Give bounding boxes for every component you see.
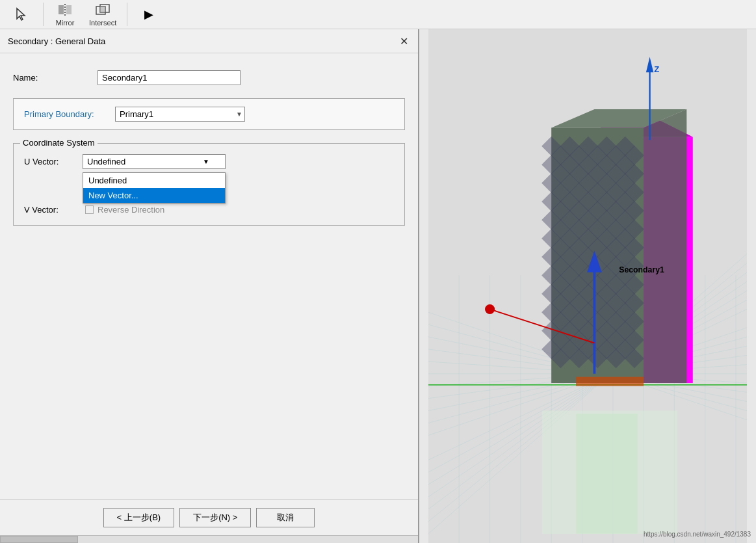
toolbar-sep-2 (127, 3, 127, 26)
toolbar-sep-1 (43, 3, 44, 26)
u-vector-label: U Vector: (24, 157, 83, 166)
coordinate-system-label: Coordinate System (20, 138, 98, 148)
name-row: Name: (13, 70, 405, 85)
dropdown-new-vector[interactable]: New Vector... (83, 188, 225, 203)
primary-boundary-label: Primary Boundary: (24, 109, 115, 119)
next-button[interactable]: 下一步(N) > (179, 508, 251, 527)
svg-rect-0 (59, 5, 64, 14)
reverse-direction-checkbox[interactable] (85, 205, 94, 214)
dialog-panel: Secondary : General Data ✕ Name: Primary… (0, 29, 419, 543)
cursor-tool[interactable] (5, 5, 38, 23)
dialog-titlebar: Secondary : General Data ✕ (0, 29, 418, 53)
svg-text:Secondary1: Secondary1 (619, 265, 664, 274)
v-vector-label: V Vector: (24, 205, 83, 215)
u-vector-arrow: ▼ (203, 158, 209, 165)
viewport[interactable]: Z Secondary1 https://blog.csdn.net/waxin… (419, 29, 756, 543)
toolbar: Mirror Intersect ▶ (0, 0, 756, 29)
u-vector-select-wrapper[interactable]: Undefined ▼ Undefined New Vector... (83, 154, 226, 169)
name-label: Name: (13, 73, 98, 83)
intersect-label: Intersect (89, 19, 116, 27)
u-vector-value: Undefined (87, 157, 125, 166)
svg-rect-2 (66, 5, 72, 14)
svg-rect-43 (576, 377, 644, 386)
close-button[interactable]: ✕ (397, 34, 410, 47)
intersect-tool[interactable]: Intersect (84, 1, 122, 28)
svg-point-47 (485, 304, 495, 314)
main-content: Secondary : General Data ✕ Name: Primary… (0, 29, 756, 543)
u-vector-dropdown: Undefined New Vector... (83, 172, 226, 204)
name-input[interactable] (98, 70, 241, 85)
svg-marker-42 (644, 109, 686, 383)
scene-svg: Z Secondary1 (419, 29, 756, 543)
back-button[interactable]: < 上一步(B) (103, 508, 175, 527)
dialog-body: Name: Primary Boundary: Primary1 ▼ Co (0, 53, 418, 499)
u-vector-row: U Vector: Undefined ▼ Undefined New Vect… (24, 154, 394, 169)
dropdown-undefined[interactable]: Undefined (83, 173, 225, 188)
coordinate-system-group: Coordinate System U Vector: Undefined ▼ … (13, 143, 405, 226)
dialog-title: Secondary : General Data (8, 36, 105, 46)
more-tool[interactable]: ▶ (133, 5, 165, 23)
svg-text:Z: Z (654, 64, 659, 74)
svg-rect-37 (576, 414, 638, 533)
v-vector-row: V Vector: Reverse Direction (24, 205, 394, 215)
primary-boundary-select-wrapper: Primary1 ▼ (115, 107, 245, 122)
svg-rect-5 (100, 7, 105, 12)
reverse-direction-row: Reverse Direction (85, 205, 164, 215)
dialog-footer: < 上一步(B) 下一步(N) > 取消 (0, 499, 418, 535)
reverse-direction-label: Reverse Direction (98, 205, 164, 215)
mirror-tool[interactable]: Mirror (49, 1, 81, 28)
dialog-scrollbar[interactable] (0, 535, 418, 543)
primary-boundary-row: Primary Boundary: Primary1 ▼ (24, 107, 394, 122)
more-icon: ▶ (141, 7, 157, 22)
cancel-button[interactable]: 取消 (256, 508, 315, 527)
cursor-icon (14, 7, 29, 22)
scrollbar-thumb[interactable] (0, 536, 78, 543)
intersect-icon (95, 3, 111, 18)
mirror-label: Mirror (56, 19, 75, 27)
mirror-icon (57, 3, 73, 18)
primary-boundary-select[interactable]: Primary1 (115, 107, 245, 122)
primary-boundary-section: Primary Boundary: Primary1 ▼ (13, 98, 405, 130)
u-vector-display[interactable]: Undefined ▼ (83, 154, 226, 169)
